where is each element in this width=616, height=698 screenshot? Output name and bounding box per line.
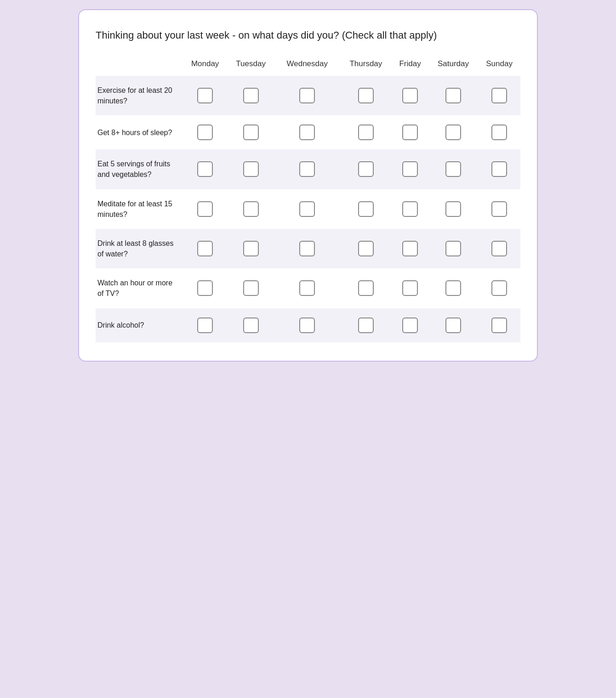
cell-meditate-sunday[interactable] [478, 189, 520, 229]
cell-sleep-thursday[interactable] [340, 115, 392, 149]
checkbox-exercise-friday[interactable] [402, 88, 418, 103]
cell-alcohol-friday[interactable] [392, 308, 428, 342]
cell-meditate-thursday[interactable] [340, 189, 392, 229]
checkbox-exercise-thursday[interactable] [358, 88, 374, 103]
checkbox-fruits-thursday[interactable] [358, 161, 374, 177]
checkbox-exercise-monday[interactable] [197, 88, 213, 103]
cell-alcohol-wednesday[interactable] [274, 308, 340, 342]
cell-meditate-saturday[interactable] [428, 189, 478, 229]
cell-alcohol-thursday[interactable] [340, 308, 392, 342]
cell-fruits-sunday[interactable] [478, 149, 520, 189]
checkbox-exercise-sunday[interactable] [491, 88, 507, 103]
checkbox-tv-thursday[interactable] [358, 280, 374, 296]
checkbox-alcohol-sunday[interactable] [491, 318, 507, 333]
checkbox-tv-saturday[interactable] [445, 280, 461, 296]
checkbox-sleep-tuesday[interactable] [243, 125, 259, 140]
cell-sleep-wednesday[interactable] [274, 115, 340, 149]
cell-water-sunday[interactable] [478, 229, 520, 268]
checkbox-meditate-thursday[interactable] [358, 201, 374, 217]
cell-meditate-monday[interactable] [183, 189, 227, 229]
checkbox-water-thursday[interactable] [358, 241, 374, 256]
row-label-fruits: Eat 5 servings of fruits and vegetables? [96, 149, 183, 189]
cell-fruits-tuesday[interactable] [227, 149, 274, 189]
cell-tv-saturday[interactable] [428, 268, 478, 308]
cell-exercise-saturday[interactable] [428, 76, 478, 115]
cell-meditate-tuesday[interactable] [227, 189, 274, 229]
checkbox-sleep-friday[interactable] [402, 125, 418, 140]
cell-water-tuesday[interactable] [227, 229, 274, 268]
cell-exercise-tuesday[interactable] [227, 76, 274, 115]
cell-alcohol-saturday[interactable] [428, 308, 478, 342]
cell-sleep-monday[interactable] [183, 115, 227, 149]
cell-water-monday[interactable] [183, 229, 227, 268]
checkbox-alcohol-thursday[interactable] [358, 318, 374, 333]
checkbox-alcohol-wednesday[interactable] [299, 318, 315, 333]
checkbox-meditate-saturday[interactable] [445, 201, 461, 217]
cell-meditate-friday[interactable] [392, 189, 428, 229]
table-row-tv: Watch an hour or more of TV? [96, 268, 520, 308]
checkbox-alcohol-friday[interactable] [402, 318, 418, 333]
cell-sleep-friday[interactable] [392, 115, 428, 149]
cell-water-thursday[interactable] [340, 229, 392, 268]
checkbox-alcohol-monday[interactable] [197, 318, 213, 333]
checkbox-fruits-friday[interactable] [402, 161, 418, 177]
cell-tv-thursday[interactable] [340, 268, 392, 308]
checkbox-sleep-wednesday[interactable] [299, 125, 315, 140]
checkbox-water-wednesday[interactable] [299, 241, 315, 256]
checkbox-meditate-friday[interactable] [402, 201, 418, 217]
checkbox-water-tuesday[interactable] [243, 241, 259, 256]
checkbox-water-monday[interactable] [197, 241, 213, 256]
cell-fruits-thursday[interactable] [340, 149, 392, 189]
cell-alcohol-sunday[interactable] [478, 308, 520, 342]
checkbox-exercise-saturday[interactable] [445, 88, 461, 103]
checkbox-tv-sunday[interactable] [491, 280, 507, 296]
checkbox-sleep-sunday[interactable] [491, 125, 507, 140]
cell-fruits-friday[interactable] [392, 149, 428, 189]
checkbox-sleep-thursday[interactable] [358, 125, 374, 140]
cell-sleep-sunday[interactable] [478, 115, 520, 149]
checkbox-exercise-wednesday[interactable] [299, 88, 315, 103]
checkbox-fruits-tuesday[interactable] [243, 161, 259, 177]
checkbox-meditate-tuesday[interactable] [243, 201, 259, 217]
checkbox-water-friday[interactable] [402, 241, 418, 256]
cell-alcohol-tuesday[interactable] [227, 308, 274, 342]
cell-exercise-thursday[interactable] [340, 76, 392, 115]
checkbox-tv-tuesday[interactable] [243, 280, 259, 296]
checkbox-fruits-wednesday[interactable] [299, 161, 315, 177]
checkbox-exercise-tuesday[interactable] [243, 88, 259, 103]
checkbox-fruits-monday[interactable] [197, 161, 213, 177]
checkbox-water-saturday[interactable] [445, 241, 461, 256]
cell-tv-tuesday[interactable] [227, 268, 274, 308]
cell-sleep-tuesday[interactable] [227, 115, 274, 149]
cell-exercise-wednesday[interactable] [274, 76, 340, 115]
checkbox-sleep-saturday[interactable] [445, 125, 461, 140]
cell-tv-sunday[interactable] [478, 268, 520, 308]
cell-exercise-sunday[interactable] [478, 76, 520, 115]
cell-meditate-wednesday[interactable] [274, 189, 340, 229]
cell-water-saturday[interactable] [428, 229, 478, 268]
cell-water-wednesday[interactable] [274, 229, 340, 268]
cell-fruits-monday[interactable] [183, 149, 227, 189]
cell-sleep-saturday[interactable] [428, 115, 478, 149]
checkbox-meditate-sunday[interactable] [491, 201, 507, 217]
checkbox-fruits-sunday[interactable] [491, 161, 507, 177]
checkbox-alcohol-tuesday[interactable] [243, 318, 259, 333]
cell-tv-friday[interactable] [392, 268, 428, 308]
cell-tv-monday[interactable] [183, 268, 227, 308]
checkbox-tv-friday[interactable] [402, 280, 418, 296]
cell-exercise-monday[interactable] [183, 76, 227, 115]
cell-water-friday[interactable] [392, 229, 428, 268]
checkbox-sleep-monday[interactable] [197, 125, 213, 140]
cell-fruits-wednesday[interactable] [274, 149, 340, 189]
cell-alcohol-monday[interactable] [183, 308, 227, 342]
cell-tv-wednesday[interactable] [274, 268, 340, 308]
checkbox-tv-wednesday[interactable] [299, 280, 315, 296]
cell-exercise-friday[interactable] [392, 76, 428, 115]
checkbox-alcohol-saturday[interactable] [445, 318, 461, 333]
cell-fruits-saturday[interactable] [428, 149, 478, 189]
checkbox-meditate-wednesday[interactable] [299, 201, 315, 217]
checkbox-tv-monday[interactable] [197, 280, 213, 296]
checkbox-fruits-saturday[interactable] [445, 161, 461, 177]
checkbox-water-sunday[interactable] [491, 241, 507, 256]
checkbox-meditate-monday[interactable] [197, 201, 213, 217]
